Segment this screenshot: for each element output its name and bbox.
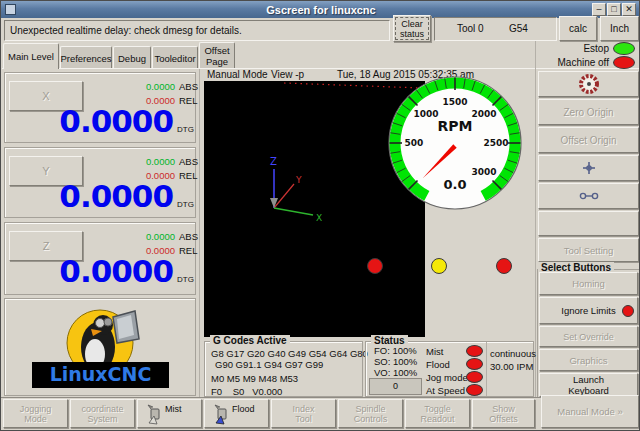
titlebar[interactable]: Gscreen for linuxcnc – □ ✕ bbox=[1, 1, 640, 18]
flood-button[interactable]: Flood bbox=[204, 399, 269, 428]
spindle-override-label: SO: 100% bbox=[374, 356, 417, 367]
svg-text:2000: 2000 bbox=[471, 109, 496, 119]
tab-debug[interactable]: Debug bbox=[113, 46, 151, 69]
gcodes-line2: G90 G91.1 G94 G97 G99 bbox=[215, 359, 323, 370]
dtg-label: DTG bbox=[177, 275, 194, 284]
mist-button-label: Mist bbox=[165, 404, 182, 414]
jogmode-led bbox=[466, 371, 483, 383]
graphics-button[interactable]: Graphics bbox=[539, 349, 638, 371]
blank-button[interactable] bbox=[538, 211, 639, 236]
close-icon[interactable]: ✕ bbox=[622, 3, 636, 16]
abs-label: ABS bbox=[179, 156, 198, 167]
view-label: View -p bbox=[271, 69, 304, 80]
launch-keyboard-button[interactable]: Launch Keyboard bbox=[539, 373, 638, 397]
mcodes-line: M0 M5 M9 M48 M53 bbox=[211, 373, 298, 384]
rel-label: REL bbox=[179, 245, 197, 256]
tool-status-strip: Tool 0 G54 bbox=[434, 17, 557, 41]
tab-tooleditor[interactable]: Tooleditor bbox=[152, 46, 198, 69]
coordinate-system-button[interactable]: coordinate System bbox=[70, 399, 135, 428]
status-divider bbox=[486, 342, 487, 396]
feed-rate-value: 30.00 IPM bbox=[490, 361, 533, 372]
zero-origin-button[interactable]: Zero Origin bbox=[538, 99, 639, 125]
offset-origin-button[interactable]: Offset Origin bbox=[538, 127, 639, 153]
mist-indicator-label: Mist bbox=[426, 346, 443, 357]
y-axis-letter: Y bbox=[295, 175, 302, 185]
z-axis-letter: Z bbox=[270, 156, 277, 167]
calc-button[interactable]: calc bbox=[559, 16, 597, 41]
alert-message-text: Unexpected realtime delay: check dmesg f… bbox=[10, 25, 242, 36]
measure-tool-button[interactable] bbox=[538, 183, 639, 209]
dtg-label: DTG bbox=[177, 200, 194, 209]
maximize-icon[interactable]: □ bbox=[607, 3, 621, 16]
spindle-controls-label: Spindle Controls bbox=[346, 404, 396, 424]
right-panel-divider bbox=[535, 41, 536, 398]
z-abs-value: 0.0000 bbox=[95, 231, 175, 242]
velocity-override-label: VO: 100% bbox=[374, 367, 417, 378]
caliper-icon bbox=[579, 191, 599, 201]
estop-reset-button[interactable] bbox=[538, 71, 639, 97]
index-tool-label: Index Tool bbox=[284, 404, 324, 424]
rel-label: REL bbox=[179, 95, 197, 106]
toggle-readout-button[interactable]: Toggle Readout bbox=[405, 399, 470, 428]
machine-off-led[interactable] bbox=[613, 56, 635, 69]
tab-offset-page[interactable]: Offset Page bbox=[199, 42, 235, 69]
flood-indicator-label: Flood bbox=[426, 359, 450, 370]
show-offsets-button[interactable]: Show Offsets bbox=[472, 399, 535, 428]
tab-preferences[interactable]: Preferences bbox=[60, 46, 112, 69]
svg-text:1500: 1500 bbox=[442, 97, 467, 107]
set-override-button[interactable]: Set Override bbox=[539, 326, 638, 347]
machine-off-label: Machine off bbox=[537, 57, 609, 68]
index-tool-button[interactable]: Index Tool bbox=[271, 399, 336, 428]
rel-label: REL bbox=[179, 170, 197, 181]
flood-led bbox=[466, 358, 483, 370]
coordinate-system-label: coordinate System bbox=[74, 404, 132, 424]
fsv-line: F0 S0 V0.000 bbox=[211, 386, 282, 397]
alert-message-bar: Unexpected realtime delay: check dmesg f… bbox=[4, 20, 390, 41]
jogging-mode-label: Jogging Mode bbox=[10, 404, 62, 424]
homing-button[interactable]: Homing bbox=[539, 272, 638, 295]
jog-rate-value: continuous bbox=[490, 348, 536, 359]
feed-override-label: FO: 100% bbox=[374, 345, 417, 356]
x-axis-letter: X bbox=[316, 213, 322, 223]
launch-keyboard-label: Launch Keyboard bbox=[559, 374, 619, 396]
toggle-readout-label: Toggle Readout bbox=[414, 404, 462, 424]
move-to-origin-button[interactable] bbox=[538, 155, 639, 181]
spindle-controls-button[interactable]: Spindle Controls bbox=[338, 399, 403, 428]
move-cross-icon bbox=[582, 161, 596, 175]
units-button[interactable]: Inch bbox=[600, 16, 639, 41]
svg-text:3000: 3000 bbox=[471, 167, 496, 177]
estop-led[interactable] bbox=[613, 42, 635, 55]
estop-label: Estop bbox=[537, 43, 609, 54]
panel-led-middle bbox=[431, 258, 447, 274]
flood-can-icon bbox=[213, 403, 229, 425]
svg-text:0.0: 0.0 bbox=[443, 177, 466, 192]
gcodes-line1: G8 G17 G20 G40 G49 G54 G64 G80 bbox=[211, 348, 368, 359]
jogging-mode-button[interactable]: Jogging Mode bbox=[3, 399, 68, 428]
mist-button[interactable]: Mist bbox=[137, 399, 202, 428]
svg-text:2500: 2500 bbox=[483, 138, 508, 148]
window-title: Gscreen for linuxcnc bbox=[1, 4, 640, 16]
z-dtg-value: 0.0000 bbox=[15, 253, 173, 289]
panel-divider bbox=[199, 69, 200, 397]
mist-led bbox=[466, 345, 483, 357]
y-abs-value: 0.0000 bbox=[95, 156, 175, 167]
minimize-icon[interactable]: – bbox=[592, 3, 606, 16]
clear-status-button[interactable]: Clear status bbox=[393, 15, 431, 42]
override-spinbox[interactable]: 0 bbox=[369, 378, 422, 395]
logo-text: LinuxCNC bbox=[32, 363, 169, 388]
show-offsets-label: Show Offsets bbox=[482, 404, 526, 424]
atspeed-led bbox=[466, 384, 483, 396]
coord-system-label: G54 bbox=[509, 23, 528, 34]
manual-mode-button[interactable]: Manual Mode » bbox=[541, 395, 639, 428]
x-dtg-value: 0.0000 bbox=[15, 103, 173, 139]
dtg-label: DTG bbox=[177, 125, 194, 134]
tab-main-level[interactable]: Main Level bbox=[3, 43, 59, 69]
svg-text:RPM: RPM bbox=[438, 118, 473, 134]
atspeed-indicator-label: At Speed bbox=[426, 385, 465, 396]
y-dtg-value: 0.0000 bbox=[15, 178, 173, 214]
set-override-label: Set Override bbox=[562, 332, 616, 342]
tool-setting-button[interactable]: Tool Setting bbox=[538, 238, 639, 262]
ignore-limits-button[interactable]: Ignore Limits bbox=[539, 297, 638, 324]
panel-led-right bbox=[496, 258, 512, 274]
ignore-limits-label: Ignore Limits bbox=[558, 305, 620, 316]
